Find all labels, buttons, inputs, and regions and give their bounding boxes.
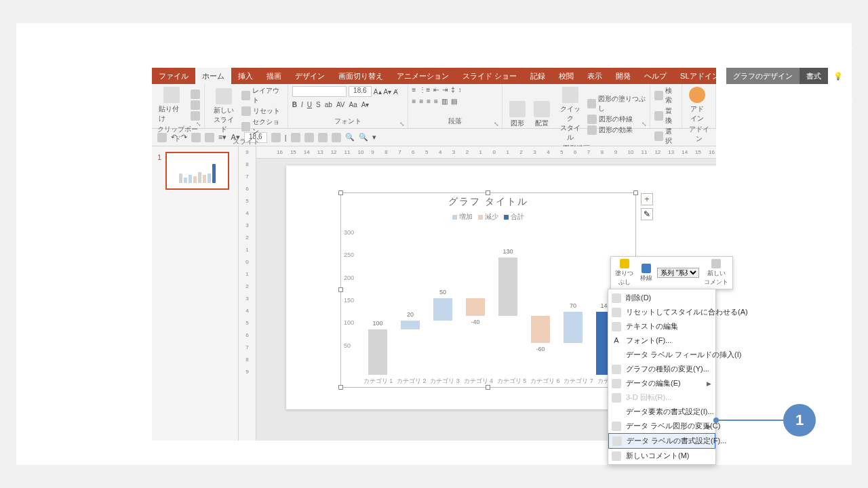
tell-me[interactable]: 💡 何をしますか <box>828 68 859 84</box>
menu-item-0[interactable]: 削除(D) <box>608 291 715 305</box>
select-button[interactable]: 選択 <box>654 126 677 146</box>
resize-handle-s[interactable] <box>486 385 490 390</box>
section-button[interactable]: セクション <box>241 117 283 137</box>
clear-format-icon[interactable]: A̸ <box>393 88 398 96</box>
font-name-combo[interactable] <box>292 86 347 97</box>
bar-2[interactable] <box>401 321 420 329</box>
tab-record[interactable]: 記録 <box>524 68 552 84</box>
menu-item-3[interactable]: Aフォント(F)... <box>608 333 715 348</box>
tab-slideshow[interactable]: スライド ショー <box>456 68 524 84</box>
qat-icon-7[interactable] <box>332 133 341 142</box>
shadow-button[interactable]: ab <box>325 101 332 108</box>
bar-3[interactable] <box>433 298 452 321</box>
resize-handle-w[interactable] <box>338 287 343 292</box>
new-slide-button[interactable]: 新しい スライド <box>209 87 239 136</box>
bar-6[interactable] <box>531 316 550 343</box>
tab-animations[interactable]: アニメーション <box>390 68 456 84</box>
bullets-icon[interactable]: ≡ <box>412 86 416 94</box>
qat-icon-5[interactable] <box>304 133 314 142</box>
numbering-icon[interactable]: ⋮≡ <box>419 86 430 94</box>
italic-button[interactable]: I <box>301 101 303 108</box>
menu-item-6[interactable]: データの編集(E)▶ <box>608 376 715 390</box>
mini-outline-button[interactable]: 枠線 <box>638 264 654 283</box>
bar-7[interactable] <box>564 312 583 344</box>
tab-chart-design[interactable]: グラフのデザイン <box>726 68 800 84</box>
thumbnail-pane[interactable]: 1 <box>152 146 239 441</box>
strike-button[interactable]: S <box>316 101 321 108</box>
tab-file[interactable]: ファイル <box>152 68 195 84</box>
chart-legend[interactable]: 増加減少合計 <box>341 211 635 223</box>
data-label-1[interactable]: 100 <box>368 320 388 327</box>
data-label-3[interactable]: 50 <box>433 289 453 296</box>
para-dialog-launcher[interactable]: ⤡ <box>494 121 499 127</box>
copy-icon[interactable] <box>191 100 200 110</box>
clipboard-dialog-launcher[interactable]: ⤡ <box>196 121 201 127</box>
tab-design[interactable]: デザイン <box>288 68 332 84</box>
line-spacing-icon[interactable]: ‡ <box>451 86 455 94</box>
shapes-dialog-launcher[interactable]: ⤡ <box>642 121 647 127</box>
text-dir-icon[interactable]: ↕ <box>458 86 462 94</box>
font-dialog-launcher[interactable]: ⤡ <box>399 121 405 127</box>
bold-button[interactable]: B <box>292 101 297 108</box>
tab-home[interactable]: ホーム <box>195 68 231 84</box>
addin-button[interactable]: アド イン <box>686 85 708 125</box>
menu-item-8[interactable]: データ要素の書式設定(I)... <box>608 405 715 419</box>
chart-object[interactable]: グラフ タイトル 増加減少合計 カテゴリ 1カテゴリ 2カテゴリ 3カテゴリ 4… <box>340 192 636 388</box>
menu-item-4[interactable]: データ ラベル フィールドの挿入(I) <box>608 348 715 362</box>
font-color-button[interactable]: A▾ <box>361 101 370 108</box>
replace-button[interactable]: 置換 <box>654 106 677 126</box>
increase-font-icon[interactable]: A▴ <box>374 88 382 96</box>
shape-fill-button[interactable]: 図形の塗りつぶし <box>587 94 645 114</box>
reset-button[interactable]: リセット <box>241 106 283 117</box>
align-left-icon[interactable]: ≡ <box>412 98 416 105</box>
resize-handle-n[interactable] <box>486 190 490 195</box>
spacing-button[interactable]: AV <box>336 101 345 108</box>
chart-plot[interactable]: カテゴリ 1カテゴリ 2カテゴリ 3カテゴリ 4カテゴリ 5カテゴリ 6カテゴリ… <box>361 226 629 375</box>
justify-icon[interactable]: ≡ <box>434 98 438 105</box>
series-selector[interactable]: 系列 "系列1" 要 <box>657 268 699 278</box>
tab-format[interactable]: 書式 <box>800 68 828 84</box>
arrange-button[interactable]: 配置 <box>531 100 553 129</box>
mini-fill-button[interactable]: 塗りつ ぶし <box>613 259 635 287</box>
data-label-2[interactable]: 20 <box>400 311 420 318</box>
find-button[interactable]: 検索 <box>654 85 677 106</box>
qat-icon-6[interactable] <box>318 133 328 142</box>
zoom-in-icon[interactable]: 🔍 <box>345 133 355 142</box>
tab-insert[interactable]: 挿入 <box>231 68 260 84</box>
indent-inc-icon[interactable]: ⇥ <box>442 86 448 94</box>
layout-button[interactable]: レイアウト <box>241 85 283 106</box>
shape-effects-button[interactable]: 図形の効果 <box>587 125 645 136</box>
data-label-4[interactable]: -40 <box>465 319 486 325</box>
menu-item-9[interactable]: データ ラベル図形の変更(C)▶ <box>608 419 715 433</box>
underline-button[interactable]: U <box>307 101 312 108</box>
cut-icon[interactable] <box>191 89 200 99</box>
menu-item-5[interactable]: グラフの種類の変更(Y)... <box>608 362 715 376</box>
menu-item-11[interactable]: 新しいコメント(M) <box>608 449 715 463</box>
tab-developer[interactable]: 開発 <box>609 68 637 84</box>
data-label-7[interactable]: 70 <box>563 302 583 309</box>
tab-review[interactable]: 校閲 <box>552 68 580 84</box>
font-size-combo[interactable]: 18.6 <box>349 86 372 97</box>
resize-handle-ne[interactable] <box>633 190 638 195</box>
chart-brush-button[interactable]: ✎ <box>641 208 653 220</box>
indent-dec-icon[interactable]: ⇤ <box>433 86 439 94</box>
resize-handle-sw[interactable] <box>338 385 343 390</box>
format-painter-icon[interactable] <box>191 111 200 121</box>
shapes-button[interactable]: 図形 <box>507 100 528 129</box>
menu-item-1[interactable]: リセットしてスタイルに合わせる(A) <box>608 305 715 319</box>
align-right-icon[interactable]: ≡ <box>427 98 431 105</box>
tab-transitions[interactable]: 画面切り替え <box>332 68 390 84</box>
quickstyle-button[interactable]: クイック スタイル <box>555 85 585 144</box>
resize-handle-nw[interactable] <box>338 190 343 195</box>
smartart-icon[interactable]: ▤ <box>451 98 457 105</box>
case-button[interactable]: Aa <box>349 101 357 108</box>
align-center-icon[interactable]: ≡ <box>419 98 423 105</box>
tab-help[interactable]: ヘルプ <box>637 68 673 84</box>
slide-thumbnail-1[interactable]: 1 <box>165 152 229 190</box>
zoom-out-icon[interactable]: 🔍 <box>359 133 368 142</box>
bar-5[interactable] <box>498 258 517 317</box>
menu-item-2[interactable]: テキストの編集 <box>608 319 715 333</box>
tab-view[interactable]: 表示 <box>580 68 609 84</box>
tab-sladdin[interactable]: SLアドイン <box>673 68 726 84</box>
bar-4[interactable] <box>466 298 485 317</box>
